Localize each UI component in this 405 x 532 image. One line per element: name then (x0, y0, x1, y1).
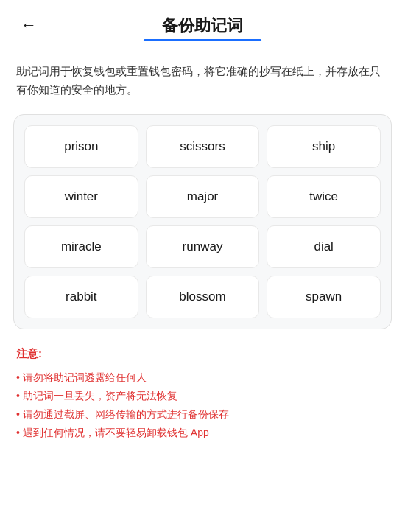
mnemonic-word-11: blossom (146, 276, 260, 318)
notice-item-4: •遇到任何情况，请不要轻易卸载钱包 App (16, 424, 389, 442)
mnemonic-grid: prisonscissorsshipwintermajortwicemiracl… (24, 125, 381, 318)
mnemonic-word-4: winter (24, 175, 138, 218)
notice-section: 注意: •请勿将助记词透露给任何人•助记词一旦丢失，资产将无法恢复•请勿通过截屏… (0, 329, 405, 458)
page-title: 备份助记词 (162, 15, 243, 37)
notice-item-text-3: 请勿通过截屏、网络传输的方式进行备份保存 (23, 405, 229, 424)
mnemonic-word-9: dial (267, 225, 381, 268)
mnemonic-word-7: miracle (24, 225, 138, 268)
mnemonic-word-8: runway (146, 225, 260, 268)
back-icon: ← (21, 15, 37, 34)
description-text: 助记词用于恢复钱包或重置钱包密码，将它准确的抄写在纸上，并存放在只有你知道的安全… (0, 50, 405, 114)
mnemonic-word-10: rabbit (24, 276, 138, 318)
mnemonic-grid-wrapper: prisonscissorsshipwintermajortwicemiracl… (13, 114, 392, 329)
notice-item-text-1: 请勿将助记词透露给任何人 (23, 368, 147, 387)
mnemonic-word-5: major (146, 175, 260, 218)
mnemonic-word-2: scissors (146, 125, 260, 168)
title-wrapper: 备份助记词 (144, 15, 261, 41)
notice-item-1: •请勿将助记词透露给任何人 (16, 368, 389, 387)
notice-item-text-2: 助记词一旦丢失，资产将无法恢复 (23, 387, 177, 405)
header: ← 备份助记词 (0, 0, 405, 50)
mnemonic-word-3: ship (267, 125, 381, 168)
mnemonic-word-1: prison (24, 125, 138, 168)
mnemonic-word-6: twice (267, 175, 381, 218)
notice-item-text-4: 遇到任何情况，请不要轻易卸载钱包 App (23, 424, 209, 442)
notice-title: 注意: (16, 347, 389, 361)
title-underline (144, 39, 261, 41)
back-button[interactable]: ← (15, 13, 43, 38)
mnemonic-word-12: spawn (267, 276, 381, 318)
notice-item-2: •助记词一旦丢失，资产将无法恢复 (16, 387, 389, 405)
notice-item-3: •请勿通过截屏、网络传输的方式进行备份保存 (16, 405, 389, 424)
